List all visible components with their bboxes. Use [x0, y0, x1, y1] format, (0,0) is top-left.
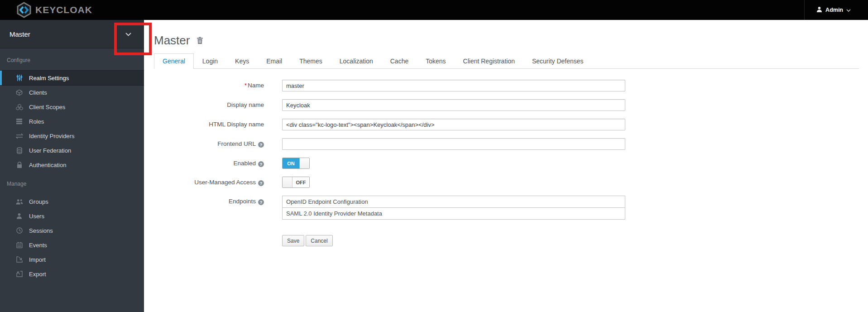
sidebar-item-clients[interactable]: Clients	[0, 85, 144, 100]
exchange-arrows-icon	[15, 133, 23, 139]
sidebar-item-label: Identity Providers	[29, 133, 74, 139]
enabled-toggle[interactable]: ON	[282, 158, 310, 169]
calendar-icon	[15, 242, 23, 248]
sidebar-item-export[interactable]: Export	[0, 267, 144, 281]
sidebar-item-identity-providers[interactable]: Identity Providers	[0, 129, 144, 143]
lock-icon	[15, 162, 23, 168]
toggle-off-label: OFF	[293, 177, 309, 187]
user-icon	[816, 6, 822, 14]
sidebar-item-user-federation[interactable]: User Federation	[0, 143, 144, 158]
name-label: *Name	[154, 80, 264, 91]
page-title: Master	[154, 34, 190, 48]
realm-general-form: *Name Display name HTML Display name	[154, 80, 859, 246]
sidebar-item-label: Events	[29, 242, 47, 249]
tab-keys[interactable]: Keys	[226, 53, 258, 69]
openid-endpoint-link[interactable]: OpenID Endpoint Configuration	[282, 196, 625, 208]
group-icon	[15, 199, 23, 205]
buttons-spacer	[154, 227, 264, 246]
sidebar-item-authentication[interactable]: Authentication	[0, 158, 144, 172]
keycloak-logo-text: KEYCLOAK	[35, 5, 92, 15]
tab-security-defenses[interactable]: Security Defenses	[523, 53, 592, 69]
endpoints-label: Endpoints?	[154, 196, 264, 220]
tab-client-registration[interactable]: Client Registration	[455, 53, 523, 69]
tab-tokens[interactable]: Tokens	[417, 53, 454, 69]
list-icon	[15, 118, 23, 125]
sidebar-item-label: Sessions	[29, 227, 53, 234]
tab-login[interactable]: Login	[194, 53, 226, 69]
clock-icon	[15, 227, 23, 234]
html-display-name-input[interactable]	[282, 119, 625, 130]
import-icon	[15, 256, 23, 263]
save-button[interactable]: Save	[282, 235, 304, 246]
sidebar: Master Configure Realm Settings Clients	[0, 20, 144, 312]
help-icon[interactable]: ?	[258, 199, 264, 205]
keycloak-logo[interactable]: KEYCLOAK	[0, 2, 92, 18]
sidebar-item-import[interactable]: Import	[0, 252, 144, 267]
sidebar-item-label: Groups	[29, 198, 48, 205]
sidebar-item-label: Users	[29, 213, 44, 220]
cubes-icon	[15, 104, 23, 110]
main-content: Master General Login Keys Email Themes L…	[144, 20, 868, 312]
saml-metadata-link[interactable]: SAML 2.0 Identity Provider Metadata	[282, 207, 625, 220]
tab-themes[interactable]: Themes	[291, 53, 331, 69]
database-icon	[15, 147, 23, 154]
tab-localization[interactable]: Localization	[331, 53, 382, 69]
toggle-handle	[283, 177, 293, 187]
sidebar-item-roles[interactable]: Roles	[0, 114, 144, 129]
delete-realm-trash-icon[interactable]	[197, 37, 203, 44]
required-asterisk: *	[245, 82, 247, 89]
cancel-button[interactable]: Cancel	[306, 235, 332, 246]
sidebar-item-label: Realm Settings	[29, 75, 69, 82]
name-input[interactable]	[282, 80, 625, 91]
sidebar-item-label: User Federation	[29, 147, 71, 154]
display-name-input[interactable]	[282, 99, 625, 111]
sidebar-item-realm-settings[interactable]: Realm Settings	[0, 71, 144, 85]
display-name-label: Display name	[154, 99, 264, 111]
user-menu-caret-icon	[846, 6, 851, 14]
sliders-icon	[15, 74, 23, 82]
tab-email[interactable]: Email	[258, 53, 291, 69]
cube-icon	[15, 89, 23, 96]
user-icon	[15, 213, 23, 219]
sidebar-item-sessions[interactable]: Sessions	[0, 223, 144, 238]
help-icon[interactable]: ?	[258, 161, 264, 167]
tab-general[interactable]: General	[154, 53, 194, 69]
keycloak-hexagon-icon	[16, 2, 32, 18]
user-menu[interactable]: Admin	[804, 0, 868, 20]
sidebar-item-events[interactable]: Events	[0, 238, 144, 252]
frontend-url-input[interactable]	[282, 138, 625, 150]
sidebar-item-label: Import	[29, 256, 46, 263]
sidebar-item-users[interactable]: Users	[0, 209, 144, 223]
user-managed-access-toggle[interactable]: OFF	[282, 177, 310, 188]
realm-selector[interactable]: Master	[0, 20, 144, 48]
tab-cache[interactable]: Cache	[382, 53, 417, 69]
sidebar-section-manage: Manage	[0, 172, 144, 194]
user-menu-label: Admin	[825, 7, 843, 13]
realm-selector-label: Master	[10, 30, 30, 38]
top-navbar: KEYCLOAK Admin	[0, 0, 868, 20]
help-icon[interactable]: ?	[258, 180, 264, 186]
sidebar-item-label: Client Scopes	[29, 104, 65, 110]
toggle-on-label: ON	[283, 158, 299, 168]
sidebar-section-configure: Configure	[0, 48, 144, 71]
user-managed-access-label: User-Managed Access?	[154, 177, 264, 188]
sidebar-item-label: Roles	[29, 118, 44, 125]
sidebar-item-label: Authentication	[29, 162, 66, 168]
realm-tabs: General Login Keys Email Themes Localiza…	[154, 53, 859, 69]
sidebar-item-groups[interactable]: Groups	[0, 194, 144, 209]
chevron-down-icon[interactable]	[125, 30, 131, 38]
frontend-url-label: Frontend URL?	[154, 138, 264, 150]
enabled-label: Enabled?	[154, 158, 264, 169]
help-icon[interactable]: ?	[258, 142, 264, 148]
sidebar-item-label: Export	[29, 271, 46, 278]
toggle-handle	[299, 158, 309, 168]
export-icon	[15, 271, 23, 277]
html-display-name-label: HTML Display name	[154, 119, 264, 130]
sidebar-item-label: Clients	[29, 89, 47, 96]
sidebar-item-client-scopes[interactable]: Client Scopes	[0, 100, 144, 114]
